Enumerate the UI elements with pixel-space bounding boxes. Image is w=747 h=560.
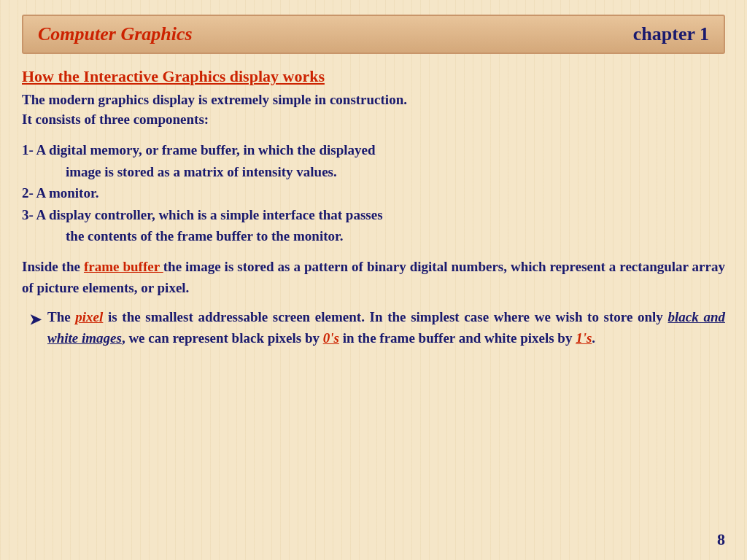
bullet-content: The pixel is the smallest addressable sc… <box>47 307 725 349</box>
component-item3-indent: the contents of the frame buffer to the … <box>22 225 725 246</box>
slide-container: Computer Graphics chapter 1 How the Inte… <box>0 0 747 560</box>
frame-buffer-text-before: Inside the <box>22 259 84 274</box>
zeros-link[interactable]: 0's <box>323 330 339 346</box>
page-number: 8 <box>717 530 725 549</box>
component-item1-indent: image is stored as a matrix of intensity… <box>22 161 725 182</box>
intro-line1: The modern graphics display is extremely… <box>22 92 407 107</box>
intro-text: The modern graphics display is extremely… <box>22 90 725 129</box>
bullet-section: ➤ The pixel is the smallest addressable … <box>22 307 725 349</box>
pixel-link[interactable]: pixel <box>75 309 103 324</box>
bullet-text-after-zeros: in the frame buffer and white pixels by <box>339 330 576 346</box>
header-chapter: chapter 1 <box>633 23 709 45</box>
bullet-text-before-pixel: The <box>47 309 75 324</box>
bullet-text-after-pixel: is the smallest addressable screen eleme… <box>103 309 667 324</box>
intro-line2: It consists of three components: <box>22 112 209 127</box>
component-item2: 2- A monitor. <box>22 182 725 203</box>
section-heading: How the Interactive Graphics display wor… <box>22 67 725 86</box>
bullet-text-mid: , we can represent black pixels by <box>122 330 323 346</box>
components-list: 1- A digital memory, or frame buffer, in… <box>22 139 725 246</box>
bullet-row: ➤ The pixel is the smallest addressable … <box>29 307 725 349</box>
component-item1-prefix: 1- A digital memory, or frame buffer, in… <box>22 139 725 160</box>
frame-buffer-section: Inside the frame buffer the image is sto… <box>22 257 725 298</box>
header-box: Computer Graphics chapter 1 <box>22 15 725 54</box>
bullet-arrow-icon: ➤ <box>29 308 42 330</box>
frame-buffer-link[interactable]: frame buffer <box>84 259 163 274</box>
ones-link[interactable]: 1's <box>576 330 592 346</box>
header-title: Computer Graphics <box>38 23 193 45</box>
component-item3-prefix: 3- A display controller, which is a simp… <box>22 204 725 225</box>
bullet-text-end: . <box>592 330 595 346</box>
